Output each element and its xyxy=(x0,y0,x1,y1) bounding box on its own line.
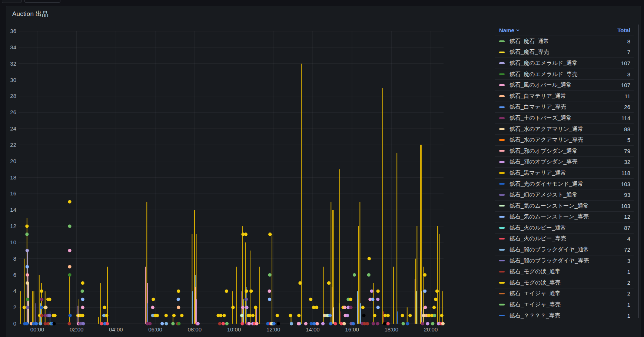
svg-text:26: 26 xyxy=(10,109,16,115)
series-total: 114 xyxy=(621,115,630,121)
legend-row[interactable]: 鉱石_モグの涙_専売 2 xyxy=(495,277,634,288)
grafana-dashboard: Auction 出品 02468101214161820222426283032… xyxy=(0,0,644,337)
series-total: 2 xyxy=(627,280,630,286)
legend-row[interactable]: 鉱石_闇のブラックダイヤ_専売 3 xyxy=(495,255,634,266)
series-color-swatch xyxy=(499,150,505,152)
series-color-swatch xyxy=(499,40,505,42)
legend-row[interactable]: 鉱石_光のダイヤモンド_通常 103 xyxy=(495,178,634,189)
series-name: 鉱石_邪のオブシダン_専売 xyxy=(509,158,578,165)
legend-row[interactable]: 鉱石_闇のブラックダイヤ_通常 72 xyxy=(495,244,634,255)
series-name: 鉱石_魔のエメラルド_専売 xyxy=(509,71,578,78)
series-name: 鉱石_白マテリア_通常 xyxy=(509,93,566,100)
series-points[interactable] xyxy=(23,200,445,326)
series-total: 26 xyxy=(624,104,630,110)
series-color-swatch xyxy=(499,271,505,273)
legend-row[interactable]: 鉱石_幻のアメジスト_通常 93 xyxy=(495,189,634,200)
series-name: 鉱石_魔石_通常 xyxy=(509,38,549,45)
series-color-swatch xyxy=(499,282,505,284)
series-color-swatch xyxy=(499,227,505,229)
series-total: 3 xyxy=(627,258,630,264)
series-total: 11 xyxy=(624,93,630,99)
series-color-swatch xyxy=(499,315,505,317)
series-color-swatch xyxy=(499,216,505,218)
svg-text:4: 4 xyxy=(13,288,16,294)
series-name: 鉱石_風のオパール_通常 xyxy=(509,82,572,89)
series-color-swatch xyxy=(499,95,505,97)
legend-row[interactable]: 鉱石_？？？？_専売 1 xyxy=(495,310,634,321)
legend-header: Name Total xyxy=(495,24,634,36)
series-total: 118 xyxy=(621,170,630,176)
legend-name-label: Name xyxy=(499,27,514,33)
legend-row[interactable]: 鉱石_風のオパール_通常 107 xyxy=(495,79,634,90)
series-color-swatch xyxy=(499,73,505,75)
legend-row[interactable]: 鉱石_水のアクアマリン_専売 5 xyxy=(495,134,634,145)
legend-row[interactable]: 鉱石_土のトパーズ_通常 114 xyxy=(495,112,634,123)
legend-row[interactable]: 鉱石_火のルビー_専売 4 xyxy=(495,233,634,244)
svg-text:10:00: 10:00 xyxy=(227,326,241,333)
series-name: 鉱石_光のダイヤモンド_通常 xyxy=(509,181,583,188)
chevron-down-icon xyxy=(516,28,520,32)
svg-text:14: 14 xyxy=(10,207,16,213)
series-name: 鉱石_火のルビー_通常 xyxy=(509,224,566,231)
legend-row[interactable]: 鉱石_エイジャ_専売 1 xyxy=(495,299,634,310)
svg-text:2: 2 xyxy=(13,304,16,310)
legend-row[interactable]: 鉱石_魔のエメラルド_専売 3 xyxy=(495,69,634,80)
legend-row[interactable]: 鉱石_水のアクアマリン_通常 88 xyxy=(495,123,634,135)
series-color-swatch xyxy=(499,139,505,141)
svg-text:22: 22 xyxy=(10,142,16,148)
legend-row[interactable]: 鉱石_モグの涙_通常 1 xyxy=(495,266,634,277)
svg-text:10: 10 xyxy=(10,239,16,245)
legend-row[interactable]: 鉱石_白マテリア_専売 26 xyxy=(495,102,634,113)
series-name: 鉱石_？？？？_専売 xyxy=(509,312,560,319)
legend-rows: 鉱石_魔石_通常 8 鉱石_魔石_専売 7 鉱石_魔のエメラルド_通常 107 … xyxy=(495,36,634,321)
series-total: 8 xyxy=(627,38,630,44)
series-name: 鉱石_エイジャ_通常 xyxy=(509,290,561,297)
svg-text:34: 34 xyxy=(10,44,16,50)
series-total: 32 xyxy=(624,159,630,165)
legend-row[interactable]: 鉱石_邪のオブシダン_専売 32 xyxy=(495,156,634,168)
series-total: 1 xyxy=(627,301,630,308)
legend-row[interactable]: 鉱石_白マテリア_通常 11 xyxy=(495,90,634,102)
legend-scrollbar[interactable] xyxy=(638,24,639,318)
series-name: 鉱石_幻のアメジスト_通常 xyxy=(509,191,578,198)
legend-row[interactable]: 鉱石_エイジャ_通常 2 xyxy=(495,288,634,299)
series-total: 72 xyxy=(624,247,630,253)
series-total: 107 xyxy=(621,60,630,66)
svg-text:06:00: 06:00 xyxy=(148,326,162,333)
svg-text:28: 28 xyxy=(10,93,16,99)
legend-row[interactable]: 鉱石_気のムーンストーン_専売 12 xyxy=(495,211,634,222)
series-total: 103 xyxy=(621,181,630,187)
series-total: 5 xyxy=(627,137,630,143)
legend-row[interactable]: 鉱石_気のムーンストーン_通常 103 xyxy=(495,200,634,211)
legend-row[interactable]: 鉱石_黒マテリア_通常 118 xyxy=(495,167,634,178)
series-name: 鉱石_モグの涙_専売 xyxy=(509,279,561,286)
series-color-swatch xyxy=(499,249,505,251)
series-total: 79 xyxy=(624,148,630,154)
series-total: 88 xyxy=(624,126,630,132)
svg-text:32: 32 xyxy=(10,60,16,67)
series-color-swatch xyxy=(499,117,505,119)
series-color-swatch xyxy=(499,260,505,262)
svg-text:20: 20 xyxy=(10,158,16,164)
legend-row[interactable]: 鉱石_魔のエメラルド_通常 107 xyxy=(495,57,634,69)
svg-text:0: 0 xyxy=(13,320,16,327)
series-total: 2 xyxy=(627,290,630,297)
series-color-swatch xyxy=(499,52,505,53)
series-color-swatch xyxy=(499,194,505,196)
legend-sort-name[interactable]: Name xyxy=(499,27,520,33)
legend-row[interactable]: 鉱石_邪のオブシダン_通常 79 xyxy=(495,145,634,156)
series-total: 93 xyxy=(624,192,630,198)
series-name: 鉱石_闇のブラックダイヤ_通常 xyxy=(509,246,589,253)
series-total: 1 xyxy=(627,268,630,275)
legend-row[interactable]: 鉱石_魔石_通常 8 xyxy=(495,36,634,47)
series-name: 鉱石_魔のエメラルド_通常 xyxy=(509,60,578,67)
series-total: 107 xyxy=(621,82,630,88)
legend-sort-total[interactable]: Total xyxy=(617,27,630,33)
svg-text:12:00: 12:00 xyxy=(266,326,280,333)
legend-row[interactable]: 鉱石_魔石_専売 7 xyxy=(495,47,634,58)
series-name: 鉱石_水のアクアマリン_通常 xyxy=(509,126,583,133)
series-name: 鉱石_白マテリア_専売 xyxy=(509,103,566,110)
legend-row[interactable]: 鉱石_火のルビー_通常 87 xyxy=(495,222,634,233)
svg-text:20:00: 20:00 xyxy=(424,326,438,333)
series-name: 鉱石_邪のオブシダン_通常 xyxy=(509,148,578,155)
